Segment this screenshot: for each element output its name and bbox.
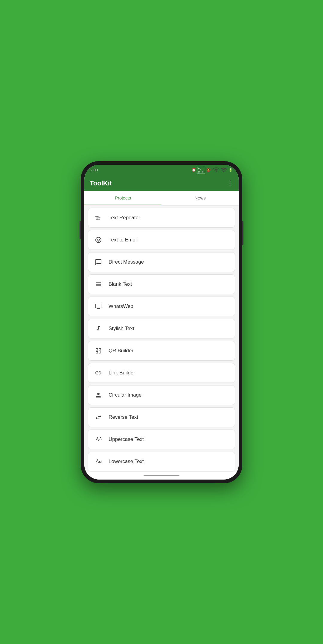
message-icon — [94, 257, 103, 267]
mute-icon: 🔕 — [206, 168, 211, 172]
whatsweb-label: WhatsWeb — [109, 303, 133, 309]
vowifi-icon: VoWi-Fi — [197, 167, 205, 173]
link-builder-label: Link Builder — [109, 370, 135, 376]
status-icons: ⏰ VoWi-Fi 🔕 🔋 — [192, 166, 233, 174]
home-bar — [84, 472, 239, 480]
list-item-direct-message[interactable]: Direct Message — [88, 252, 235, 272]
qr-builder-label: QR Builder — [109, 348, 133, 354]
blank-text-label: Blank Text — [109, 281, 132, 287]
circular-image-label: Circular Image — [109, 392, 142, 398]
app-title: ToolKit — [90, 179, 112, 187]
list-item-qr-builder[interactable]: QR Builder — [88, 341, 235, 361]
list-item-circular-image[interactable]: Circular Image — [88, 385, 235, 405]
more-options-button[interactable]: ⋮ — [227, 179, 233, 187]
text-to-emoji-label: Text to Emoji — [109, 237, 138, 243]
projects-list: Tr Text Repeater Text to Emoji Direct Me… — [84, 205, 239, 472]
signal-icon — [220, 166, 227, 174]
home-indicator — [144, 475, 179, 476]
tabs-bar: Projects News — [84, 191, 239, 205]
uppercase-icon — [94, 435, 103, 444]
direct-message-label: Direct Message — [109, 259, 144, 265]
emoji-icon — [94, 235, 103, 245]
power-button — [242, 221, 243, 245]
lines-icon — [94, 279, 103, 289]
svg-text:Tr: Tr — [95, 215, 100, 220]
tab-news[interactable]: News — [162, 191, 239, 205]
uppercase-text-label: Uppercase Text — [109, 436, 144, 442]
list-item-link-builder[interactable]: Link Builder — [88, 363, 235, 383]
status-time: 2:00 — [90, 168, 98, 172]
text-repeater-label: Text Repeater — [109, 215, 140, 221]
list-item-blank-text[interactable]: Blank Text — [88, 274, 235, 294]
phone-screen: 2:00 ⏰ VoWi-Fi 🔕 🔋 — [84, 165, 239, 480]
lowercase-text-label: Lowercase Text — [109, 459, 144, 465]
reverse-text-label: Reverse Text — [109, 414, 138, 420]
phone-frame: 2:00 ⏰ VoWi-Fi 🔕 🔋 — [81, 161, 242, 483]
list-item-stylish-text[interactable]: Stylish Text — [88, 319, 235, 338]
list-item-lowercase-text[interactable]: Lowercase Text — [88, 452, 235, 471]
status-bar: 2:00 ⏰ VoWi-Fi 🔕 🔋 — [84, 165, 239, 176]
list-item-whatsweb[interactable]: WhatsWeb — [88, 297, 235, 316]
list-item-text-repeater[interactable]: Tr Text Repeater — [88, 208, 235, 228]
monitor-icon — [94, 302, 103, 311]
app-bar: ToolKit ⋮ — [84, 176, 239, 191]
wifi-icon — [212, 166, 219, 174]
list-item-text-to-emoji[interactable]: Text to Emoji — [88, 230, 235, 250]
lowercase-icon — [94, 457, 103, 466]
italic-icon — [94, 324, 103, 333]
list-item-reverse-text[interactable]: Reverse Text — [88, 407, 235, 427]
text-repeater-icon: Tr — [94, 213, 103, 223]
battery-icon: 🔋 — [228, 168, 233, 172]
volume-button — [80, 221, 81, 239]
reverse-icon — [94, 412, 103, 422]
qr-icon — [94, 346, 103, 356]
stylish-text-label: Stylish Text — [109, 326, 134, 332]
list-item-uppercase-text[interactable]: Uppercase Text — [88, 430, 235, 449]
link-icon — [94, 368, 103, 378]
alarm-icon: ⏰ — [192, 168, 196, 172]
person-icon — [94, 390, 103, 400]
tab-projects[interactable]: Projects — [84, 191, 162, 205]
